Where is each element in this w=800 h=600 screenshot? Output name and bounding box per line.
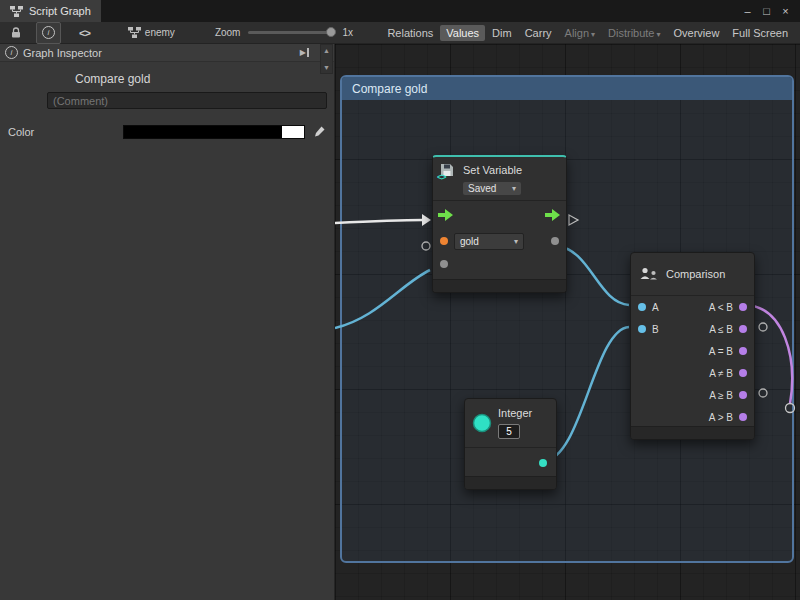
distribute-button[interactable]: Distribute▾	[602, 25, 666, 41]
color-row: Color	[0, 125, 334, 139]
input-a-label: A	[652, 302, 659, 313]
group-header[interactable]: Compare gold	[342, 77, 792, 100]
variable-name-row: gold ▾	[433, 229, 566, 253]
align-button[interactable]: Align▾	[559, 25, 601, 41]
output-label: A ≥ B	[709, 390, 733, 401]
dim-button[interactable]: Dim	[486, 25, 518, 41]
dock-toggle-button[interactable]: ▶	[300, 48, 309, 57]
graph-inspector-title: Graph Inspector	[23, 47, 102, 59]
comparison-row: A A < B	[631, 296, 754, 318]
relations-button[interactable]: Relations	[381, 25, 439, 41]
comparison-header[interactable]: Comparison	[631, 253, 754, 296]
inspector-toggle-button[interactable]: i	[36, 22, 61, 44]
chevron-down-icon: ▾	[514, 237, 518, 246]
node-footer	[465, 476, 556, 489]
port-a-less-b[interactable]	[739, 303, 747, 311]
variable-scope-value: Saved	[468, 183, 496, 194]
variable-scope-dropdown[interactable]: Saved ▾	[463, 182, 521, 195]
port-a-lte-b[interactable]	[739, 325, 747, 333]
color-swatch[interactable]	[123, 125, 305, 139]
node-comparison[interactable]: Comparison A A < B B A ≤ B	[630, 252, 755, 440]
zoom-slider[interactable]	[248, 31, 334, 34]
integer-title: Integer	[498, 407, 532, 419]
output-label: A < B	[709, 302, 733, 313]
output-label: A ≠ B	[709, 368, 733, 379]
step-forward-bar	[307, 48, 309, 57]
script-graph-icon	[10, 6, 23, 17]
integer-value-field[interactable]: 5	[498, 424, 520, 439]
value-input-row	[433, 253, 566, 275]
port-integer-output[interactable]	[539, 459, 547, 467]
inspector-scrollbar[interactable]: ▲ ▼	[320, 44, 333, 74]
lock-icon[interactable]	[6, 24, 26, 42]
port-input-a[interactable]	[638, 303, 646, 311]
maximize-icon[interactable]: □	[757, 0, 776, 22]
chevron-down-icon: ▾	[657, 30, 661, 39]
comparison-row: A = B	[631, 340, 754, 362]
port-input-b[interactable]	[638, 325, 646, 333]
asset-name-label: enemy	[145, 27, 175, 38]
port-a-eq-b[interactable]	[739, 347, 747, 355]
graph-asset-icon	[128, 27, 141, 38]
variable-name-dropdown[interactable]: gold ▾	[454, 233, 524, 250]
scroll-down-icon[interactable]: ▼	[323, 64, 330, 71]
values-button[interactable]: Values	[440, 25, 485, 41]
zoom-value: 1x	[342, 27, 353, 38]
output-label: A ≤ B	[709, 324, 733, 335]
node-footer	[433, 279, 566, 292]
flow-out-port[interactable]	[545, 209, 561, 221]
chevron-down-icon: ▾	[512, 184, 516, 193]
graph-canvas[interactable]: Compare gold	[335, 44, 800, 600]
group-title: Compare gold	[352, 82, 427, 96]
code-icon[interactable]: <>	[79, 27, 90, 39]
flow-ports-row	[433, 201, 566, 229]
port-input-value[interactable]	[440, 260, 448, 268]
comparison-row: A > B	[631, 406, 754, 428]
graph-toolbar: i <> enemy Zoom 1x Relations Values Dim …	[0, 22, 800, 44]
comparison-row: B A ≤ B	[631, 318, 754, 340]
fullscreen-button[interactable]: Full Screen	[726, 25, 794, 41]
input-b-label: B	[652, 324, 659, 335]
output-label: A = B	[709, 346, 733, 357]
zoom-slider-handle[interactable]	[326, 27, 336, 37]
carry-button[interactable]: Carry	[519, 25, 558, 41]
comparison-title: Comparison	[666, 268, 725, 280]
variable-name-value: gold	[460, 236, 479, 247]
zoom-label: Zoom	[215, 27, 241, 38]
port-variable-name[interactable]	[440, 237, 448, 245]
code-badge-icon: <>	[437, 172, 446, 182]
window-controls: – □ ×	[738, 0, 800, 22]
asset-breadcrumb[interactable]: enemy	[128, 27, 175, 38]
integer-port-row	[465, 448, 556, 478]
integer-icon	[472, 413, 492, 433]
comment-input[interactable]	[47, 92, 327, 109]
set-variable-header[interactable]: <> Set Variable Saved ▾	[433, 157, 566, 200]
flow-in-port[interactable]	[438, 209, 454, 221]
integer-header[interactable]: Integer 5	[465, 399, 556, 447]
node-footer	[631, 426, 754, 439]
overview-button[interactable]: Overview	[668, 25, 726, 41]
graph-inspector-header: i Graph Inspector ▶	[0, 44, 334, 62]
zoom-control: Zoom 1x	[215, 27, 353, 38]
eyedropper-icon[interactable]	[312, 125, 326, 139]
port-output-value[interactable]	[551, 237, 559, 245]
comparison-row: A ≠ B	[631, 362, 754, 384]
scroll-up-icon[interactable]: ▲	[323, 47, 330, 54]
node-set-variable[interactable]: <> Set Variable Saved ▾	[432, 155, 567, 293]
output-label: A > B	[709, 412, 733, 423]
save-variable-icon: <>	[439, 162, 457, 178]
window-titlebar: Script Graph – □ ×	[0, 0, 800, 22]
close-icon[interactable]: ×	[776, 0, 795, 22]
comparison-row: A ≥ B	[631, 384, 754, 406]
minimize-icon[interactable]: –	[738, 0, 757, 22]
port-a-gt-b[interactable]	[739, 413, 747, 421]
port-a-neq-b[interactable]	[739, 369, 747, 377]
set-variable-title: Set Variable	[463, 164, 522, 176]
tab-label: Script Graph	[29, 5, 91, 17]
tab-script-graph[interactable]: Script Graph	[0, 0, 101, 22]
port-a-gte-b[interactable]	[739, 391, 747, 399]
graph-inspector-panel: i Graph Inspector ▶ ▲ ▼ Compare gold Col…	[0, 44, 335, 600]
info-icon: i	[5, 46, 18, 59]
comparison-icon	[639, 266, 659, 282]
node-integer[interactable]: Integer 5	[464, 398, 557, 490]
